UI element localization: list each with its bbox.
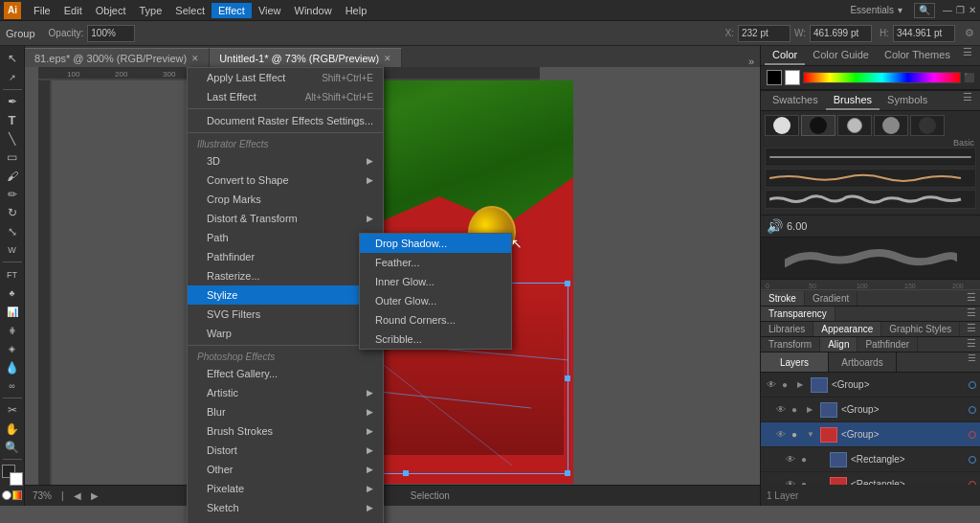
- layer-item-2[interactable]: 👁 ● ▶ <Group>: [761, 398, 980, 422]
- eyedropper-tool[interactable]: 💧: [2, 358, 23, 375]
- warp-tool[interactable]: W: [2, 241, 23, 259]
- effect-distort[interactable]: Distort ▶: [188, 441, 383, 460]
- minimize-btn[interactable]: —: [943, 5, 952, 15]
- blend-tool[interactable]: ∞: [2, 377, 23, 395]
- submenu-inner-glow[interactable]: Inner Glow...: [360, 272, 511, 291]
- tab-swatches[interactable]: Swatches: [765, 91, 826, 110]
- tab-libraries[interactable]: Libraries: [761, 322, 813, 336]
- tab-untitled[interactable]: Untitled-1* @ 73% (RGB/Preview) ✕: [210, 48, 402, 67]
- brush-item-1[interactable]: [765, 115, 799, 136]
- layer-target-3[interactable]: ●: [791, 429, 803, 440]
- brush-item-3[interactable]: [837, 115, 872, 136]
- menu-type[interactable]: Type: [133, 3, 169, 18]
- tab-appearance[interactable]: Appearance: [813, 322, 881, 336]
- fg-swatch[interactable]: [767, 70, 782, 85]
- background-color[interactable]: [10, 472, 23, 486]
- menu-edit[interactable]: Edit: [57, 3, 89, 18]
- effect-3d[interactable]: 3D ▶: [188, 151, 383, 171]
- swatches-panel-menu[interactable]: ☰: [959, 91, 976, 110]
- stroke-row-1[interactable]: [765, 148, 976, 167]
- appearance-menu[interactable]: ☰: [963, 322, 980, 336]
- rotate-tool[interactable]: ↻: [2, 204, 23, 221]
- selection-tool[interactable]: ↖: [2, 50, 23, 67]
- effect-rasterize[interactable]: Rasterize...: [188, 266, 383, 285]
- tab-untitled-close[interactable]: ✕: [384, 54, 391, 63]
- effect-artistic[interactable]: Artistic ▶: [188, 383, 383, 402]
- search-bar[interactable]: 🔍: [914, 3, 935, 18]
- scale-tool[interactable]: ⤡: [2, 223, 23, 240]
- menu-select[interactable]: Select: [168, 3, 212, 18]
- layer-target-4[interactable]: ●: [801, 454, 813, 465]
- color-swatches[interactable]: [2, 465, 23, 486]
- gradient-mode[interactable]: [12, 490, 22, 500]
- pencil-tool[interactable]: ✏: [2, 186, 23, 203]
- stroke-row-3[interactable]: [765, 190, 976, 209]
- tab-scroll-right[interactable]: »: [743, 56, 760, 67]
- effect-other[interactable]: Other ▶: [188, 460, 383, 479]
- effect-pixelate[interactable]: Pixelate ▶: [188, 479, 383, 498]
- tab-gradient[interactable]: Gradient: [805, 291, 858, 306]
- tab-layers[interactable]: Layers: [761, 352, 829, 372]
- menu-effect[interactable]: Effect: [212, 3, 252, 18]
- layer-item-1[interactable]: 👁 ● ▶ <Group>: [761, 373, 980, 398]
- effect-sketch[interactable]: Sketch ▶: [188, 498, 383, 517]
- layer-eye-4[interactable]: 👁: [784, 453, 797, 466]
- last-effect[interactable]: Last Effect Alt+Shift+Ctrl+E: [188, 87, 383, 106]
- hand-tool[interactable]: ✋: [2, 421, 23, 438]
- restore-btn[interactable]: ❐: [956, 5, 965, 15]
- brush-item-2[interactable]: [801, 115, 835, 136]
- bg-swatch[interactable]: [785, 70, 800, 85]
- tab-color[interactable]: Color: [765, 46, 805, 65]
- layer-target-1[interactable]: ●: [782, 379, 793, 390]
- layer-target-2[interactable]: ●: [791, 404, 803, 415]
- column-graph-tool[interactable]: 📊: [2, 303, 23, 320]
- tab-transform[interactable]: Transform: [761, 337, 820, 352]
- layer-arrow-2[interactable]: ▶: [807, 405, 816, 414]
- submenu-scribble[interactable]: Scribble...: [360, 330, 511, 349]
- layer-eye-3[interactable]: 👁: [774, 428, 788, 442]
- opacity-input[interactable]: [87, 25, 135, 42]
- tab-color-guide[interactable]: Color Guide: [805, 46, 877, 65]
- free-transform-tool[interactable]: FT: [2, 265, 23, 283]
- coord-x-input[interactable]: [738, 25, 791, 42]
- status-arrows-left[interactable]: ◀: [74, 490, 81, 501]
- effect-convert-shape[interactable]: Convert to Shape ▶: [188, 171, 383, 190]
- brush-item-4[interactable]: [874, 115, 908, 136]
- normal-mode[interactable]: [2, 490, 11, 500]
- effect-blur[interactable]: Blur ▶: [188, 402, 383, 421]
- tab-color-themes[interactable]: Color Themes: [877, 46, 958, 65]
- tab-artboards[interactable]: Artboards: [829, 352, 897, 372]
- zoom-tool[interactable]: 🔍: [2, 439, 23, 456]
- zoom-level[interactable]: 73%: [33, 490, 52, 501]
- pen-tool[interactable]: ✒: [2, 93, 23, 110]
- effect-pathfinder[interactable]: Pathfinder ▶: [188, 247, 383, 266]
- layer-item-5[interactable]: 👁 ● ▶ <Rectangle>: [761, 472, 980, 485]
- effect-stylize-ps[interactable]: Stylize ▶: [188, 517, 383, 523]
- layer-eye-1[interactable]: 👁: [765, 378, 778, 392]
- brush-item-5[interactable]: [910, 115, 945, 136]
- close-btn[interactable]: ✕: [969, 5, 976, 15]
- tab-transparency[interactable]: Transparency: [761, 307, 835, 321]
- tab-symbols[interactable]: Symbols: [880, 91, 935, 110]
- color-panel-menu[interactable]: ☰: [959, 46, 976, 65]
- layer-arrow-1[interactable]: ▶: [797, 380, 807, 389]
- menu-object[interactable]: Object: [89, 3, 133, 18]
- menu-window[interactable]: Window: [288, 3, 339, 18]
- tab-align[interactable]: Align: [820, 337, 858, 352]
- tab-81eps[interactable]: 81.eps* @ 300% (RGB/Preview) ✕: [25, 48, 210, 67]
- menu-view[interactable]: View: [252, 3, 288, 18]
- effect-stylize[interactable]: Stylize ▶: [188, 285, 383, 305]
- symbol-tool[interactable]: ♣: [2, 284, 23, 302]
- submenu-outer-glow[interactable]: Outer Glow...: [360, 291, 511, 310]
- apply-last-effect[interactable]: Apply Last Effect Shift+Ctrl+E: [188, 68, 383, 87]
- tab-pathfinder[interactable]: Pathfinder: [858, 337, 918, 352]
- doc-raster-settings[interactable]: Document Raster Effects Settings...: [188, 111, 383, 130]
- effect-crop-marks[interactable]: Crop Marks: [188, 190, 383, 209]
- tab-brushes[interactable]: Brushes: [826, 91, 880, 110]
- submenu-feather[interactable]: Feather...: [360, 253, 511, 272]
- effect-svg-filters[interactable]: SVG Filters ▶: [188, 305, 383, 324]
- coord-w-input[interactable]: [810, 25, 872, 42]
- effect-distort-transform[interactable]: Distort & Transform ▶: [188, 209, 383, 228]
- layers-menu[interactable]: ☰: [964, 352, 980, 372]
- effect-brush-strokes[interactable]: Brush Strokes ▶: [188, 421, 383, 441]
